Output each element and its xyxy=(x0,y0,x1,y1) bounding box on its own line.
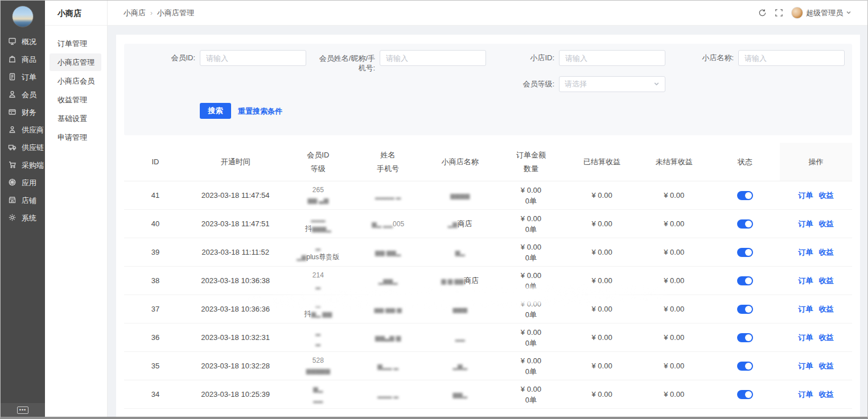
sidebar-item-orders[interactable]: 订单 xyxy=(1,68,45,86)
order-link[interactable]: 订单 xyxy=(799,304,813,314)
header-line: 状态 xyxy=(738,157,752,167)
cell-id: 41 xyxy=(124,181,187,209)
clipboard-icon xyxy=(8,72,17,82)
sidebar-item-suppliers[interactable]: 供应商 xyxy=(1,121,45,139)
chevron-down-icon xyxy=(653,80,660,89)
sidebar-item-goods[interactable]: 商品 xyxy=(1,51,45,68)
member-level-redacted: ▆▆ ▃▆ xyxy=(307,197,328,204)
cell-settled: ¥ 0.00 xyxy=(566,352,638,380)
earnings-link[interactable]: 收益 xyxy=(819,276,834,286)
sidebar-item-system[interactable]: 系统 xyxy=(1,209,45,227)
status-toggle[interactable] xyxy=(737,276,753,285)
sidebar-item-members[interactable]: 会员 xyxy=(1,86,45,103)
order-link[interactable]: 订单 xyxy=(799,190,813,201)
status-toggle[interactable] xyxy=(737,333,753,342)
earnings-link[interactable]: 收益 xyxy=(819,389,834,400)
sidebar-item-procurement[interactable]: 采购端 xyxy=(1,156,45,174)
cell-actions: 订单收益 xyxy=(780,352,852,380)
row-actions: 订单收益 xyxy=(799,389,834,400)
open-time: 2023-03-18 10:36:38 xyxy=(201,276,270,285)
truck-icon xyxy=(8,143,17,153)
cell-id: 34 xyxy=(124,380,187,408)
shop-name: ▂▂ xyxy=(455,333,465,342)
shops-table: ID开通时间会员ID等级姓名手机号小商店名称订单金额数量已结算收益未结算收益状态… xyxy=(124,143,852,419)
member-level-select[interactable]: 请选择 xyxy=(559,76,665,92)
earnings-link[interactable]: 收益 xyxy=(819,219,834,229)
status-toggle[interactable] xyxy=(737,362,753,371)
member-level: ▂▂ xyxy=(313,394,323,404)
order-link[interactable]: 订单 xyxy=(799,361,813,371)
shop-id-input[interactable] xyxy=(559,50,665,66)
header-line: 手机号 xyxy=(377,164,399,173)
header-line: 开通时间 xyxy=(221,157,250,167)
sidebar-item-finance[interactable]: 财务 xyxy=(1,103,45,121)
earnings-link[interactable]: 收益 xyxy=(819,304,834,314)
reset-search-link[interactable]: 重置搜索条件 xyxy=(238,106,282,117)
status-toggle[interactable] xyxy=(737,219,753,229)
admin-label: 超级管理员 xyxy=(806,8,843,18)
cell-unsettled: ¥ 0.00 xyxy=(638,238,710,266)
cell-member: ▂▂▆plus尊贵版 xyxy=(284,238,352,266)
submenu-item-shop-members[interactable]: 小商店会员 xyxy=(50,72,101,90)
field-label: 小店名称: xyxy=(671,50,734,66)
user-menu[interactable]: 超级管理员 xyxy=(791,7,851,19)
search-field-member-level: 会员等级:请选择 xyxy=(492,76,665,92)
sidebar-collapse-button[interactable]: ••• xyxy=(17,406,28,414)
shop-name-redacted: ▆ ▆ ▆▆ xyxy=(441,277,464,284)
status-toggle[interactable] xyxy=(737,390,753,399)
sidebar-item-label: 财务 xyxy=(22,107,36,118)
refresh-icon[interactable] xyxy=(758,9,767,17)
submenu-item-shop-management[interactable]: 小商店管理 xyxy=(50,53,101,71)
unsettled-earnings: ¥ 0.00 xyxy=(664,389,684,399)
breadcrumb-section[interactable]: 小商店 xyxy=(124,8,146,18)
submenu-item-order-management[interactable]: 订单管理 xyxy=(50,35,101,52)
submenu-item-earnings-management[interactable]: 收益管理 xyxy=(50,91,101,109)
order-amount: ¥ 0.00 xyxy=(521,242,541,252)
sidebar-item-overview[interactable]: 概况 xyxy=(1,33,45,51)
sidebar-item-supply-chain[interactable]: 供应链 xyxy=(1,139,45,156)
order-link[interactable]: 订单 xyxy=(799,247,813,258)
status-toggle[interactable] xyxy=(737,191,753,200)
settled-earnings: ¥ 0.00 xyxy=(592,304,612,314)
table-row: 382023-03-18 10:36:38214▂▂▆▆▂▆ ▆ ▆▆商店¥ 0… xyxy=(124,267,852,295)
status-toggle[interactable] xyxy=(737,305,753,314)
table-row: 362023-03-18 10:32:31▂▂▆▆▃▆ ▆▂▂¥ 0.000单¥… xyxy=(124,323,852,352)
cell-order: ¥ 0.00 xyxy=(496,409,566,419)
order-link[interactable]: 订单 xyxy=(799,389,813,400)
order-link[interactable]: 订单 xyxy=(799,219,813,229)
member-id-redacted: ▂ xyxy=(316,328,320,336)
fullscreen-icon[interactable] xyxy=(775,9,783,17)
earnings-link[interactable]: 收益 xyxy=(819,247,834,258)
header-line: 等级 xyxy=(311,164,326,173)
member-id-input[interactable] xyxy=(200,50,306,66)
member-name-input[interactable] xyxy=(380,50,486,66)
shop-name: ▆▆▆▆ xyxy=(450,190,470,200)
cell-name: ▂▂▂▂ ▂ xyxy=(352,181,424,209)
earnings-link[interactable]: 收益 xyxy=(819,190,834,201)
cell-unsettled: ¥ 0.00 xyxy=(638,210,710,238)
cell-id: 40 xyxy=(124,210,187,238)
status-toggle[interactable] xyxy=(737,248,753,257)
open-time: 2023-03-18 11:11:52 xyxy=(201,247,269,257)
submenu-item-basic-settings[interactable]: 基础设置 xyxy=(50,110,101,127)
sidebar-item-apps[interactable]: 应用 xyxy=(1,174,45,192)
cell-open-time: 2023-03-18 11:47:54 xyxy=(187,181,284,209)
order-link[interactable]: 订单 xyxy=(799,333,813,343)
submenu-item-application-management[interactable]: 申请管理 xyxy=(50,128,101,146)
search-button[interactable]: 搜索 xyxy=(200,103,231,119)
order-link[interactable]: 订单 xyxy=(799,276,813,286)
earnings-link[interactable]: 收益 xyxy=(819,361,834,371)
shop-name: ▆ ▆ ▆▆商店 xyxy=(441,276,479,285)
row-id: 38 xyxy=(151,276,159,285)
cell-unsettled: ¥ 0.00 xyxy=(638,352,710,380)
shop-name-input[interactable] xyxy=(738,50,845,66)
sidebar-item-shops[interactable]: 店铺 xyxy=(1,192,45,209)
earnings-link[interactable]: 收益 xyxy=(819,333,834,343)
cell-member: ▆▂▂▂ xyxy=(284,380,352,408)
field-label: 小店ID: xyxy=(492,50,554,66)
table-row: 392023-03-18 11:11:52▂▂▆plus尊贵版▆▆ ▆▆▂▆▂¥… xyxy=(124,238,852,267)
column-header-status: 状态 xyxy=(710,143,780,181)
cell-member: 528▆▆▆▆▆ xyxy=(284,352,352,380)
settled-earnings: ¥ 0.00 xyxy=(592,219,612,229)
submenu-list: 订单管理小商店管理小商店会员收益管理基础设置申请管理 xyxy=(45,26,107,146)
